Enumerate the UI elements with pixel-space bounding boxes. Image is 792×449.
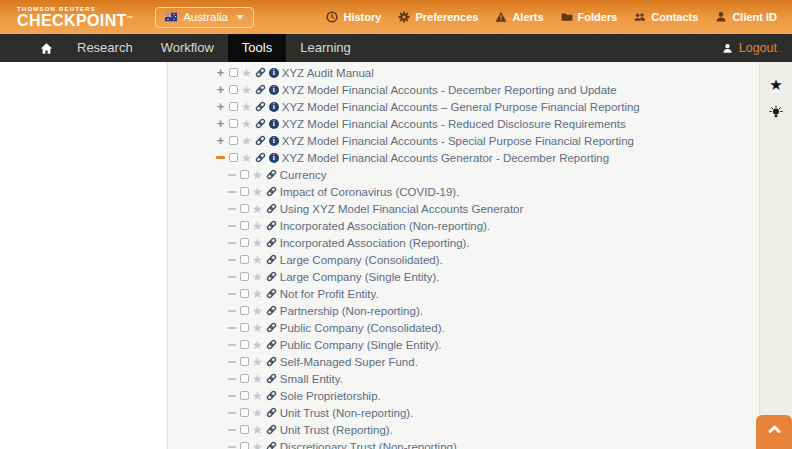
star-icon[interactable]: ★	[252, 203, 263, 215]
link-icon[interactable]	[266, 186, 277, 197]
link-icon[interactable]	[255, 67, 266, 78]
tree-item-label[interactable]: XYZ Model Financial Accounts – General P…	[282, 101, 640, 113]
star-icon[interactable]: ★	[252, 254, 263, 266]
link-icon[interactable]	[255, 118, 266, 129]
checkpoint-logo[interactable]: THOMSON REUTERS CHECKPOINT™	[17, 6, 133, 29]
region-selector[interactable]: Australia	[155, 7, 254, 28]
info-icon[interactable]: i	[269, 153, 279, 163]
checkbox[interactable]	[240, 425, 249, 434]
checkbox[interactable]	[240, 255, 249, 264]
link-icon[interactable]	[255, 152, 266, 163]
tree-item-label[interactable]: Sole Proprietorship.	[280, 390, 381, 402]
collapse-minus-icon[interactable]	[215, 156, 226, 159]
checkbox[interactable]	[240, 170, 249, 179]
tree-item-label[interactable]: Unit Trust (Non-reporting).	[280, 407, 414, 419]
utility-preferences[interactable]: Preferences	[398, 11, 478, 23]
checkbox[interactable]	[229, 153, 238, 162]
tree-item-label[interactable]: Incorporated Association (Reporting).	[280, 237, 470, 249]
tree-item-label[interactable]: XYZ Model Financial Accounts - Special P…	[282, 135, 634, 147]
checkbox[interactable]	[240, 221, 249, 230]
favorites-star-icon[interactable]: ★	[769, 77, 782, 92]
link-icon[interactable]	[266, 407, 277, 418]
checkbox[interactable]	[229, 119, 238, 128]
link-icon[interactable]	[266, 322, 277, 333]
lightbulb-icon[interactable]	[769, 105, 783, 119]
star-icon[interactable]: ★	[241, 152, 252, 164]
tree-item-label[interactable]: Small Entity.	[280, 373, 343, 385]
star-icon[interactable]: ★	[252, 288, 263, 300]
expand-plus-icon[interactable]: +	[215, 134, 226, 147]
tree-item-label[interactable]: Self-Managed Super Fund.	[280, 356, 418, 368]
link-icon[interactable]	[266, 271, 277, 282]
star-icon[interactable]: ★	[252, 424, 263, 436]
checkbox[interactable]	[240, 357, 249, 366]
tree-item-label[interactable]: Public Company (Single Entity).	[280, 339, 442, 351]
tab-workflow[interactable]: Workflow	[147, 34, 228, 62]
tree-item-label[interactable]: Partnership (Non-reporting).	[280, 305, 423, 317]
info-icon[interactable]: i	[269, 136, 279, 146]
star-icon[interactable]: ★	[241, 135, 252, 147]
star-icon[interactable]: ★	[241, 67, 252, 79]
tree-item-label[interactable]: Large Company (Single Entity).	[280, 271, 440, 283]
utility-history[interactable]: History	[326, 11, 381, 23]
checkbox[interactable]	[240, 272, 249, 281]
checkbox[interactable]	[240, 187, 249, 196]
link-icon[interactable]	[266, 288, 277, 299]
tree-item-label[interactable]: Unit Trust (Reporting).	[280, 424, 393, 436]
tree-item-label[interactable]: XYZ Audit Manual	[282, 67, 374, 79]
star-icon[interactable]: ★	[252, 237, 263, 249]
tree-item-label[interactable]: Using XYZ Model Financial Accounts Gener…	[280, 203, 524, 215]
star-icon[interactable]: ★	[252, 356, 263, 368]
info-icon[interactable]: i	[269, 119, 279, 129]
checkbox[interactable]	[229, 68, 238, 77]
link-icon[interactable]	[266, 169, 277, 180]
link-icon[interactable]	[266, 203, 277, 214]
checkbox[interactable]	[240, 323, 249, 332]
utility-contacts[interactable]: Contacts	[634, 11, 698, 23]
star-icon[interactable]: ★	[252, 169, 263, 181]
checkbox[interactable]	[240, 289, 249, 298]
star-icon[interactable]: ★	[241, 118, 252, 130]
link-icon[interactable]	[266, 305, 277, 316]
tree-item-label[interactable]: Discretionary Trust (Non-reporting).	[280, 441, 460, 449]
star-icon[interactable]: ★	[252, 441, 263, 449]
link-icon[interactable]	[266, 339, 277, 350]
checkbox[interactable]	[229, 85, 238, 94]
tree-item-label[interactable]: Large Company (Consolidated).	[280, 254, 443, 266]
link-icon[interactable]	[266, 254, 277, 265]
info-icon[interactable]: i	[269, 85, 279, 95]
star-icon[interactable]: ★	[252, 322, 263, 334]
tree-item-label[interactable]: XYZ Model Financial Accounts - Reduced D…	[282, 118, 626, 130]
expand-plus-icon[interactable]: +	[215, 117, 226, 130]
link-icon[interactable]	[266, 441, 277, 449]
star-icon[interactable]: ★	[252, 186, 263, 198]
link-icon[interactable]	[255, 101, 266, 112]
link-icon[interactable]	[266, 424, 277, 435]
star-icon[interactable]: ★	[252, 271, 263, 283]
checkbox[interactable]	[240, 204, 249, 213]
link-icon[interactable]	[266, 237, 277, 248]
utility-alerts[interactable]: Alerts	[495, 11, 543, 23]
tree-item-label[interactable]: XYZ Model Financial Accounts Generator -…	[282, 152, 609, 164]
tree-item-label[interactable]: XYZ Model Financial Accounts - December …	[282, 84, 617, 96]
checkbox[interactable]	[240, 306, 249, 315]
checkbox[interactable]	[240, 238, 249, 247]
link-icon[interactable]	[255, 84, 266, 95]
star-icon[interactable]: ★	[252, 220, 263, 232]
tree-item-label[interactable]: Not for Profit Entity.	[280, 288, 379, 300]
utility-folders[interactable]: Folders	[561, 11, 618, 23]
logout-button[interactable]: Logout	[722, 34, 777, 62]
tab-research[interactable]: Research	[63, 34, 147, 62]
info-icon[interactable]: i	[269, 102, 279, 112]
expand-plus-icon[interactable]: +	[215, 66, 226, 79]
tree-item-label[interactable]: Impact of Coronavirus (COVID-19).	[280, 186, 460, 198]
star-icon[interactable]: ★	[241, 84, 252, 96]
info-icon[interactable]: i	[269, 68, 279, 78]
checkbox[interactable]	[229, 102, 238, 111]
link-icon[interactable]	[266, 220, 277, 231]
link-icon[interactable]	[255, 135, 266, 146]
tree-item-label[interactable]: Public Company (Consolidated).	[280, 322, 445, 334]
tab-tools[interactable]: Tools	[228, 34, 286, 62]
checkbox[interactable]	[229, 136, 238, 145]
tab-learning[interactable]: Learning	[286, 34, 365, 62]
